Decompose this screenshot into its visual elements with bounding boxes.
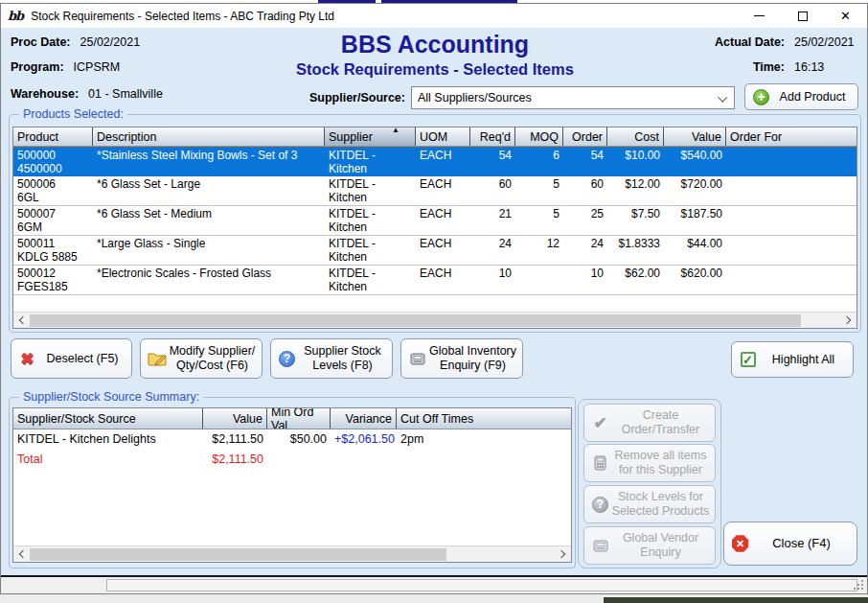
titlebar: bb Stock Requirements - Selected Items -… (1, 4, 867, 28)
column-header-order[interactable]: Order (563, 128, 607, 146)
check-icon: ✔ (589, 412, 611, 433)
column-header-min-ord-val[interactable]: Min Ord Val (267, 408, 331, 429)
checkbox-icon: ✓ (737, 349, 759, 370)
resize-grip[interactable] (854, 580, 864, 591)
table-row[interactable]: 500006 6GL *6 Glass Set - Large KITDEL -… (13, 176, 857, 206)
cell-value: $2,111.50 (203, 429, 267, 450)
cell-order-for (726, 236, 857, 265)
summary-table-header: Supplier/Stock Source Value Min Ord Val … (13, 408, 571, 429)
summary-row[interactable]: KITDEL - Kitchen Delights $2,111.50 $50.… (13, 429, 571, 450)
cell-uom: EACH (416, 266, 470, 294)
scroll-left-arrow[interactable] (13, 313, 30, 329)
cell-description: *Electronic Scales - Frosted Glass (93, 266, 325, 294)
summary-table: Supplier/Stock Source Value Min Ord Val … (12, 407, 572, 563)
cell-source: Total (13, 450, 203, 470)
scrollbar-thumb[interactable] (30, 314, 801, 327)
plus-icon: + (750, 86, 772, 107)
minimize-button[interactable] (738, 4, 781, 28)
cell-value: $540.00 (664, 148, 726, 175)
cell-cost: $7.50 (607, 206, 664, 235)
column-header-cost[interactable]: Cost (607, 128, 664, 146)
summary-total-row: Total $2,111.50 (13, 450, 571, 470)
column-header-variance[interactable]: Variance (331, 408, 397, 429)
column-header-value[interactable]: Value (664, 128, 726, 146)
proc-date-row: Proc Date: 25/02/2021 (11, 35, 140, 49)
column-header-moq[interactable]: MOQ (515, 128, 563, 146)
screen: bb Stock Requirements - Selected Items -… (0, 0, 868, 603)
program-row: Program: ICPSRM (11, 60, 120, 74)
column-header-supplier[interactable]: Supplier ▲ (325, 128, 416, 146)
supplier-source-select[interactable]: All Suppliers/Sources (411, 86, 735, 109)
cell-supplier: KITDEL - Kitchen Delights (325, 206, 416, 235)
column-header-order-for[interactable]: Order For (726, 128, 857, 146)
cell-min-ord-val (267, 450, 331, 470)
cell-moq: 6 (515, 148, 563, 175)
cell-moq (515, 266, 563, 294)
stock-levels-selected-button[interactable]: ? Stock Levels for Selected Products (583, 485, 716, 523)
scroll-right-arrow[interactable] (840, 313, 857, 329)
red-cross-icon: ✖ (16, 348, 38, 369)
supplier-summary-group: Supplier/Stock Source Summary: Supplier/… (9, 397, 576, 568)
table-row[interactable]: 500007 6GM *6 Glass Set - Medium KITDEL … (13, 206, 857, 236)
scroll-right-arrow[interactable] (555, 546, 571, 563)
close-button[interactable]: ✕ Close (F4) (723, 522, 857, 566)
cell-order: 54 (563, 148, 607, 175)
column-header-cut-off-times[interactable]: Cut Off Times (397, 408, 571, 429)
close-window-button[interactable]: ✕ (824, 4, 867, 28)
column-header-reqd[interactable]: Req'd (470, 128, 515, 146)
remove-all-items-button[interactable]: Remove all items for this Supplier (583, 444, 716, 482)
register-icon (406, 348, 428, 369)
time-label: Time: (672, 60, 785, 74)
products-selected-legend: Products Selected: (19, 107, 127, 121)
cell-description: *Stainless Steel Mixing Bowls - Set of 3 (93, 148, 325, 175)
cell-product: 500006 6GL (13, 176, 93, 205)
cell-uom: EACH (416, 148, 470, 175)
help-icon: ? (276, 348, 298, 369)
proc-date-value: 25/02/2021 (80, 35, 141, 49)
highlight-all-button[interactable]: ✓ Highlight All (731, 341, 854, 378)
actual-date-label: Actual Date: (672, 35, 785, 49)
table-row[interactable]: 500011 KDLG 5885 *Large Glass - Single K… (13, 236, 857, 266)
supplier-stock-levels-button[interactable]: ? Supplier Stock Levels (F8) (270, 338, 393, 379)
supplier-source-label: Supplier/Source: (277, 91, 405, 104)
cell-product: 500007 6GM (13, 206, 93, 235)
program-value: ICPSRM (74, 60, 121, 74)
cell-cost: $12.00 (607, 176, 664, 205)
maximize-button[interactable] (781, 4, 824, 28)
cell-cut-off: 2pm (397, 429, 571, 450)
products-table-header: Product Description Supplier ▲ UOM Req'd… (13, 128, 857, 147)
cell-supplier: KITDEL - Kitchen Delights (325, 236, 416, 265)
cell-reqd: 10 (470, 266, 515, 294)
scroll-left-arrow[interactable] (13, 546, 30, 563)
cell-supplier: KITDEL - Kitchen Delights (325, 148, 416, 175)
cell-moq: 5 (515, 176, 563, 205)
window-title: Stock Requirements - Selected Items - AB… (31, 10, 334, 23)
column-header-source[interactable]: Supplier/Stock Source (13, 408, 203, 429)
column-header-uom[interactable]: UOM (416, 128, 470, 146)
warehouse-row: Warehouse: 01 - Smallville (11, 87, 163, 101)
column-header-value[interactable]: Value (203, 408, 267, 429)
status-panel (106, 579, 857, 591)
cell-uom: EACH (416, 206, 470, 235)
scrollbar-thumb[interactable] (30, 548, 446, 561)
deselect-button[interactable]: ✖ Deselect (F5) (11, 338, 132, 379)
add-product-button[interactable]: + Add Product (744, 83, 858, 110)
create-order-transfer-button[interactable]: ✔ Create Order/Transfer (583, 404, 716, 442)
cell-value: $720.00 (664, 176, 726, 205)
cell-moq: 5 (515, 206, 563, 235)
cell-reqd: 60 (470, 176, 515, 205)
global-vendor-enquiry-button[interactable]: Global Vendor Enquiry (583, 526, 716, 565)
table-row[interactable]: 500000 4500000 *Stainless Steel Mixing B… (13, 147, 857, 176)
modify-supplier-qty-cost-button[interactable]: Modify Supplier/ Qty/Cost (F6) (140, 338, 263, 379)
column-header-product[interactable]: Product (13, 128, 93, 146)
client-area: Proc Date: 25/02/2021 Program: ICPSRM Wa… (1, 28, 867, 577)
horizontal-scrollbar[interactable] (13, 545, 571, 562)
actual-date-value: 25/02/2021 (794, 35, 855, 49)
column-header-description[interactable]: Description (93, 128, 325, 146)
horizontal-scrollbar[interactable] (13, 312, 857, 328)
proc-date-label: Proc Date: (11, 35, 71, 49)
supplier-summary-legend: Supplier/Stock Source Summary: (19, 390, 203, 404)
table-row[interactable]: 500012 FGES185 *Electronic Scales - Fros… (13, 266, 857, 295)
folder-edit-icon (146, 348, 168, 369)
global-inventory-enquiry-button[interactable]: Global Inventory Enquiry (F9) (400, 338, 523, 379)
